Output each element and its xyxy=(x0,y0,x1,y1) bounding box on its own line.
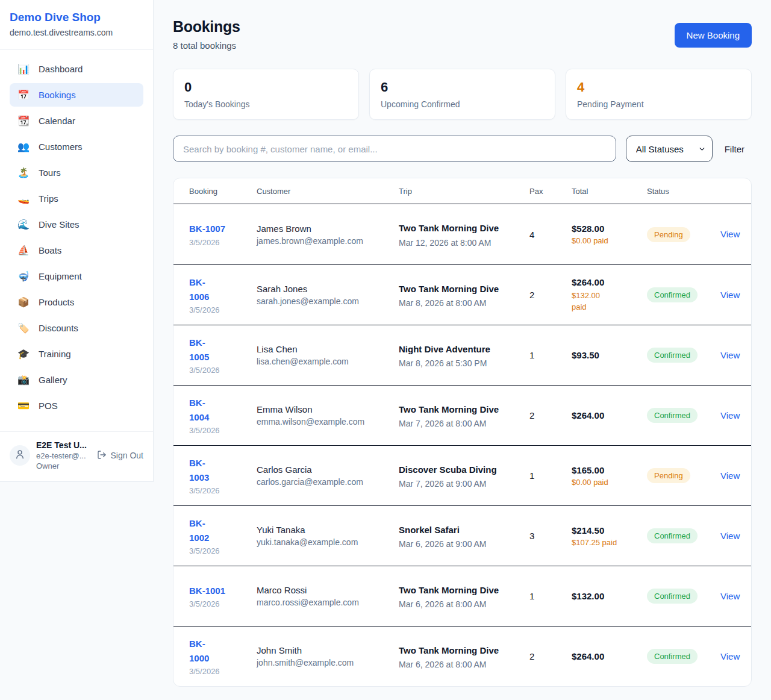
sidebar-item-customers[interactable]: 👥Customers xyxy=(10,135,143,158)
bookings-table: BookingCustomerTripPaxTotalStatus BK-100… xyxy=(173,178,752,687)
pax-count: 3 xyxy=(529,531,572,541)
sidebar-item-calendar[interactable]: 📆Calendar xyxy=(10,109,143,133)
booking-date: 3/5/2026 xyxy=(189,486,257,495)
view-link[interactable]: View xyxy=(720,470,740,481)
trip-name: Night Dive Adventure xyxy=(399,342,500,356)
page-subtitle: 8 total bookings xyxy=(173,40,240,51)
status-cell: Confirmed xyxy=(647,649,720,664)
total-cell: $132.00 xyxy=(572,591,647,601)
sidebar-item-label: POS xyxy=(39,401,58,411)
trip-name: Two Tank Morning Dive xyxy=(399,282,500,296)
avatar xyxy=(10,445,30,466)
customer-email: john.smith@example.com xyxy=(257,658,399,667)
search-input[interactable] xyxy=(173,136,616,162)
sidebar-item-discounts[interactable]: 🏷️Discounts xyxy=(10,316,143,340)
sidebar-item-equipment[interactable]: 🤿Equipment xyxy=(10,264,143,288)
customer-cell: James Brown james.brown@example.com xyxy=(257,223,399,246)
column-header-customer: Customer xyxy=(257,187,399,196)
view-link[interactable]: View xyxy=(720,229,740,239)
sidebar-item-trips[interactable]: 🚤Trips xyxy=(10,187,143,210)
dive-sites-icon: 🌊 xyxy=(17,219,30,230)
user-meta: E2E Test U... e2e-tester@... Owner xyxy=(36,440,87,470)
customer-name: John Smith xyxy=(257,645,399,655)
action-cell: View xyxy=(720,290,740,301)
booking-id-link[interactable]: BK-1001 xyxy=(189,584,257,598)
customer-cell: Sarah Jones sarah.jones@example.com xyxy=(257,284,399,306)
sign-out-icon xyxy=(97,450,107,461)
sidebar-item-label: Bookings xyxy=(39,90,76,100)
booking-cell: BK-1002 3/5/2026 xyxy=(189,516,257,555)
booking-id-link[interactable]: BK-1006 xyxy=(189,275,257,304)
booking-id-link[interactable]: BK-1005 xyxy=(189,336,257,364)
customer-email: sarah.jones@example.com xyxy=(257,296,399,306)
trip-cell: Two Tank Morning Dive Mar 6, 2026 at 8:0… xyxy=(399,643,529,669)
trip-name: Two Tank Morning Dive xyxy=(399,221,500,235)
total-amount: $214.50 xyxy=(572,525,647,536)
sidebar-item-boats[interactable]: ⛵Boats xyxy=(10,239,143,262)
total-amount: $264.00 xyxy=(572,277,647,287)
booking-id-link[interactable]: BK-1000 xyxy=(189,637,257,665)
filter-row: All Statuses Filter xyxy=(173,136,752,162)
paid-amount: $0.00 paid xyxy=(572,478,647,487)
view-link[interactable]: View xyxy=(720,591,740,601)
booking-date: 3/5/2026 xyxy=(189,238,257,247)
sidebar-item-training[interactable]: 🎓Training xyxy=(10,342,143,366)
view-link[interactable]: View xyxy=(720,410,740,420)
status-badge: Confirmed xyxy=(647,287,698,302)
sidebar-item-pos[interactable]: 💳POS xyxy=(10,394,143,417)
sidebar-item-label: Gallery xyxy=(39,375,67,385)
booking-cell: BK-1005 3/5/2026 xyxy=(189,336,257,375)
discounts-icon: 🏷️ xyxy=(17,322,30,334)
trip-datetime: Mar 8, 2026 at 8:00 AM xyxy=(399,298,529,308)
booking-id-link[interactable]: BK-1007 xyxy=(189,222,257,236)
tours-icon: 🏝️ xyxy=(17,167,30,178)
status-badge: Pending xyxy=(647,227,690,242)
trip-datetime: Mar 12, 2026 at 8:00 AM xyxy=(399,238,529,248)
view-link[interactable]: View xyxy=(720,290,740,300)
column-header-total: Total xyxy=(572,187,647,196)
customer-cell: Yuki Tanaka yuki.tanaka@example.com xyxy=(257,525,399,547)
customer-name: Carlos Garcia xyxy=(257,464,399,475)
filter-button[interactable]: Filter xyxy=(722,144,752,154)
pax-count: 1 xyxy=(529,350,572,360)
total-amount: $528.00 xyxy=(572,223,647,234)
customers-icon: 👥 xyxy=(17,141,30,152)
sign-out-button[interactable]: Sign Out xyxy=(97,450,143,461)
trip-cell: Two Tank Morning Dive Mar 6, 2026 at 8:0… xyxy=(399,583,529,609)
total-cell: $93.50 xyxy=(572,350,647,360)
status-cell: Confirmed xyxy=(647,589,720,604)
pax-count: 2 xyxy=(529,410,572,420)
sidebar-item-dashboard[interactable]: 📊Dashboard xyxy=(10,57,143,81)
column-header-status: Status xyxy=(647,187,720,196)
sidebar-item-dive-sites[interactable]: 🌊Dive Sites xyxy=(10,213,143,236)
sidebar-item-label: Dashboard xyxy=(39,64,83,74)
table-row: BK-1004 3/5/2026 Emma Wilson emma.wilson… xyxy=(173,385,751,445)
view-link[interactable]: View xyxy=(720,531,740,541)
sidebar-item-products[interactable]: 📦Products xyxy=(10,290,143,314)
status-select-wrap: All Statuses xyxy=(626,136,713,162)
status-select[interactable]: All Statuses xyxy=(626,136,713,162)
booking-id-link[interactable]: BK-1002 xyxy=(189,516,257,545)
new-booking-button[interactable]: New Booking xyxy=(675,23,752,48)
booking-id-link[interactable]: BK-1003 xyxy=(189,456,257,484)
trip-datetime: Mar 6, 2026 at 9:00 AM xyxy=(399,539,529,549)
shop-name[interactable]: Demo Dive Shop xyxy=(10,11,143,24)
sidebar-item-gallery[interactable]: 📸Gallery xyxy=(10,368,143,392)
table-row: BK-1005 3/5/2026 Lisa Chen lisa.chen@exa… xyxy=(173,325,751,385)
trip-cell: Night Dive Adventure Mar 8, 2026 at 5:30… xyxy=(399,342,529,368)
view-link[interactable]: View xyxy=(720,350,740,360)
action-cell: View xyxy=(720,229,740,240)
sidebar-item-tours[interactable]: 🏝️Tours xyxy=(10,161,143,184)
products-icon: 📦 xyxy=(17,296,30,308)
view-link[interactable]: View xyxy=(720,651,740,661)
total-cell: $264.00 xyxy=(572,410,647,420)
booking-date: 3/5/2026 xyxy=(189,546,257,555)
booking-cell: BK-1003 3/5/2026 xyxy=(189,456,257,495)
trip-name: Two Tank Morning Dive xyxy=(399,643,500,657)
customer-cell: Marco Rossi marco.rossi@example.com xyxy=(257,585,399,607)
sidebar-item-label: Trips xyxy=(39,193,58,204)
booking-date: 3/5/2026 xyxy=(189,366,257,375)
booking-id-link[interactable]: BK-1004 xyxy=(189,396,257,424)
sidebar-item-bookings[interactable]: 📅Bookings xyxy=(10,83,143,107)
stat-card-pending-payment: 4 Pending Payment xyxy=(566,69,752,120)
